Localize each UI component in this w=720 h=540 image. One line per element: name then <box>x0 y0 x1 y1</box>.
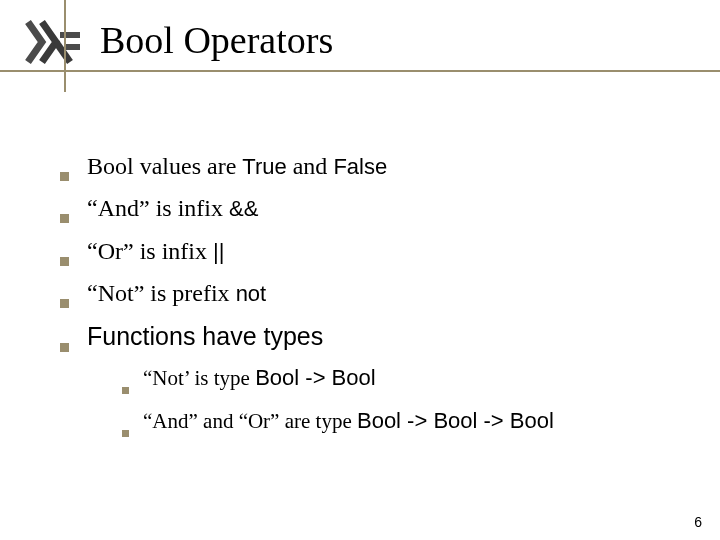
sub-bullet-item: “Not’ is type Bool -> Bool <box>122 363 690 394</box>
slide-title: Bool Operators <box>100 18 333 62</box>
text-run: “And” and “Or” are type <box>143 409 357 433</box>
text-run: “Not” is prefix <box>87 280 236 306</box>
bullet-square-icon <box>60 257 69 266</box>
bullet-square-icon <box>60 172 69 181</box>
horizontal-rule <box>0 70 720 72</box>
bullet-item: “Not” is prefix not <box>60 277 690 309</box>
bullet-text: Bool values are True and False <box>87 150 387 182</box>
code-run: Bool -> Bool <box>255 365 375 390</box>
bullet-item: “Or” is infix || <box>60 235 690 267</box>
bullet-text: “Not’ is type Bool -> Bool <box>143 363 376 394</box>
code-run: not <box>236 281 267 306</box>
code-run: || <box>213 239 224 264</box>
bullet-square-icon <box>60 214 69 223</box>
bullet-square-icon <box>60 343 69 352</box>
bullet-text: “Not” is prefix not <box>87 277 266 309</box>
bullet-text: Functions have types <box>87 320 323 354</box>
slide-content: Bool values are True and False “And” is … <box>60 150 690 449</box>
vertical-rule <box>64 0 66 92</box>
page-number: 6 <box>694 514 702 530</box>
code-run: False <box>333 154 387 179</box>
bullet-item: Functions have types <box>60 320 690 354</box>
text-run: Bool values are <box>87 153 242 179</box>
bullet-square-icon <box>122 430 129 437</box>
slide-header: Bool Operators <box>0 0 720 72</box>
bullet-item: Bool values are True and False <box>60 150 690 182</box>
text-run: and <box>287 153 334 179</box>
bullet-text: “And” is infix && <box>87 192 258 224</box>
bullet-item: “And” is infix && <box>60 192 690 224</box>
text-run: “And” is infix <box>87 195 229 221</box>
bullet-text: “And” and “Or” are type Bool -> Bool -> … <box>143 406 554 437</box>
sub-list: “Not’ is type Bool -> Bool “And” and “Or… <box>122 363 690 437</box>
bullet-square-icon <box>60 299 69 308</box>
haskell-logo <box>22 18 84 66</box>
bullet-text: “Or” is infix || <box>87 235 224 267</box>
bullet-square-icon <box>122 387 129 394</box>
code-run: True <box>242 154 286 179</box>
text-run: “Not’ is type <box>143 366 255 390</box>
text-run: “Or” is infix <box>87 238 213 264</box>
sub-bullet-item: “And” and “Or” are type Bool -> Bool -> … <box>122 406 690 437</box>
code-run: Bool -> Bool -> Bool <box>357 408 554 433</box>
code-run: && <box>229 196 258 221</box>
